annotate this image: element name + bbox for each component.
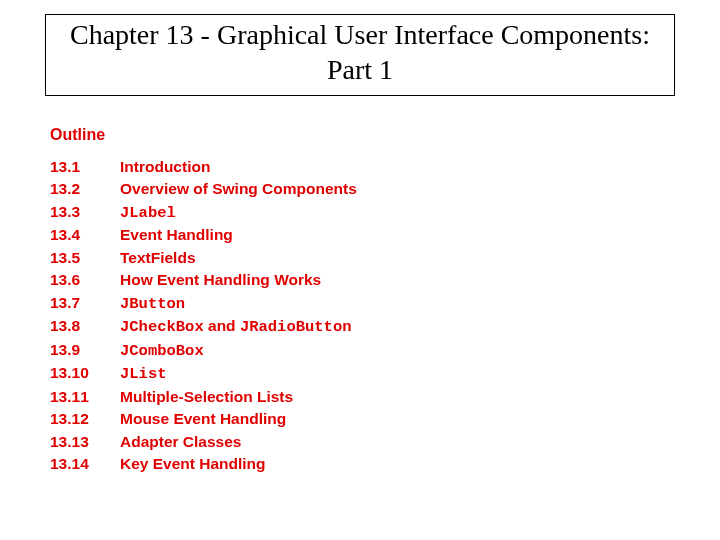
outline-section: Outline 13.1Introduction13.2Overview of … — [50, 126, 680, 476]
outline-item: 13.2Overview of Swing Components — [50, 178, 680, 200]
outline-item-label: TextFields — [120, 247, 196, 269]
outline-item: 13.6How Event Handling Works — [50, 269, 680, 291]
outline-item-number: 13.14 — [50, 453, 120, 475]
outline-item-number: 13.5 — [50, 247, 120, 269]
chapter-title-box: Chapter 13 - Graphical User Interface Co… — [45, 14, 675, 96]
outline-item-number: 13.8 — [50, 315, 120, 338]
outline-item: 13.12Mouse Event Handling — [50, 408, 680, 430]
outline-item: 13.9JComboBox — [50, 339, 680, 362]
outline-item: 13.4Event Handling — [50, 224, 680, 246]
outline-item-label: Key Event Handling — [120, 453, 266, 475]
outline-item-label: JCheckBox and JRadioButton — [120, 315, 352, 338]
outline-item: 13.1Introduction — [50, 156, 680, 178]
outline-item-label: Mouse Event Handling — [120, 408, 286, 430]
outline-item-label: JList — [120, 362, 167, 385]
outline-item-label: JButton — [120, 292, 185, 315]
outline-item-label: Introduction — [120, 156, 210, 178]
outline-item-label: How Event Handling Works — [120, 269, 321, 291]
outline-item-number: 13.3 — [50, 201, 120, 224]
outline-item-number: 13.12 — [50, 408, 120, 430]
outline-item-label: Adapter Classes — [120, 431, 241, 453]
outline-item-number: 13.11 — [50, 386, 120, 408]
outline-list: 13.1Introduction13.2Overview of Swing Co… — [50, 156, 680, 476]
outline-item-number: 13.4 — [50, 224, 120, 246]
outline-item-number: 13.9 — [50, 339, 120, 362]
outline-item-label: Event Handling — [120, 224, 233, 246]
outline-item: 13.5TextFields — [50, 247, 680, 269]
outline-item: 13.8JCheckBox and JRadioButton — [50, 315, 680, 338]
outline-item-label: JLabel — [120, 201, 176, 224]
outline-item-number: 13.10 — [50, 362, 120, 385]
outline-item-number: 13.1 — [50, 156, 120, 178]
outline-heading: Outline — [50, 126, 680, 144]
outline-item-number: 13.6 — [50, 269, 120, 291]
outline-item: 13.13Adapter Classes — [50, 431, 680, 453]
outline-item: 13.7JButton — [50, 292, 680, 315]
outline-item-label: JComboBox — [120, 339, 204, 362]
outline-item: 13.3JLabel — [50, 201, 680, 224]
outline-item-number: 13.13 — [50, 431, 120, 453]
outline-item: 13.14Key Event Handling — [50, 453, 680, 475]
outline-item-number: 13.7 — [50, 292, 120, 315]
outline-item-number: 13.2 — [50, 178, 120, 200]
outline-item: 13.10JList — [50, 362, 680, 385]
chapter-title: Chapter 13 - Graphical User Interface Co… — [66, 17, 654, 87]
outline-item-label: Overview of Swing Components — [120, 178, 357, 200]
outline-item: 13.11Multiple-Selection Lists — [50, 386, 680, 408]
outline-item-label: Multiple-Selection Lists — [120, 386, 293, 408]
